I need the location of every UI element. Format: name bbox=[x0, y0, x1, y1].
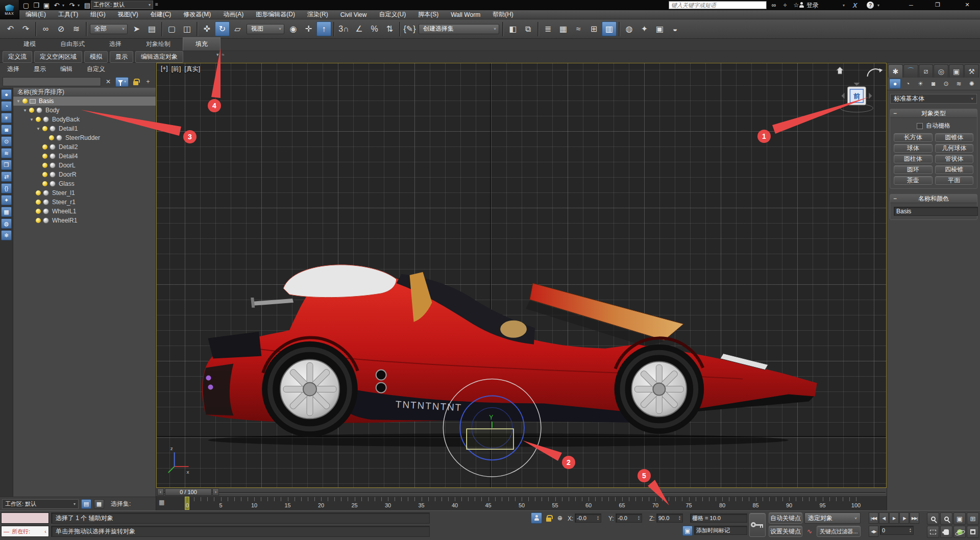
filter-helpers-icon[interactable]: ⊙ bbox=[1, 136, 12, 146]
percent-snap-icon[interactable]: % bbox=[367, 21, 382, 36]
ribbon-minimize[interactable]: ▾ ≈ bbox=[216, 52, 224, 57]
cylinder-button[interactable]: 圆柱体 bbox=[894, 155, 933, 163]
rear-wheel[interactable] bbox=[262, 341, 358, 437]
tree-node-basis[interactable]: ▼Basis bbox=[13, 96, 156, 106]
named-selection-sets-dropdown[interactable]: 创建选择集˅ bbox=[419, 24, 499, 34]
clear-search-icon[interactable]: ✕ bbox=[103, 77, 113, 87]
ribbon-subtab-显示[interactable]: 显示 bbox=[110, 51, 133, 63]
redo-icon[interactable]: ↷ bbox=[67, 1, 77, 10]
tree-node-steer_l1[interactable]: Steer_l1 bbox=[13, 188, 156, 198]
viewport-menu-shading[interactable]: [真实] bbox=[184, 65, 200, 73]
rectangular-selection-region-icon[interactable]: ▢ bbox=[164, 21, 179, 36]
tree-node-doorr[interactable]: DoorR bbox=[13, 170, 156, 179]
communication-center-icon[interactable]: ✧ bbox=[780, 0, 790, 10]
new-scene-icon[interactable]: ▢ bbox=[21, 1, 31, 10]
save-file-icon[interactable]: ▣ bbox=[42, 1, 51, 10]
visibility-bulb-icon[interactable] bbox=[22, 99, 28, 104]
use-pivot-point-center-icon[interactable]: ◉ bbox=[286, 21, 301, 36]
filter-selection-sets-icon[interactable]: {} bbox=[1, 183, 12, 193]
filter-geometry-icon[interactable]: ● bbox=[1, 89, 12, 100]
viewcube-home-icon[interactable] bbox=[837, 67, 844, 74]
redo-flyout-icon[interactable]: ▾ bbox=[78, 3, 82, 8]
menu-item-8[interactable]: 渲染(R) bbox=[301, 10, 334, 19]
box-button[interactable]: 长方体 bbox=[894, 133, 933, 142]
snaps-toggle-icon[interactable]: 3∩ bbox=[336, 21, 351, 36]
geosphere-button[interactable]: 几何球体 bbox=[935, 144, 974, 153]
set-key-button[interactable]: 设置关键点 bbox=[769, 526, 802, 537]
visibility-bulb-icon[interactable] bbox=[42, 126, 47, 131]
object-name-field[interactable] bbox=[894, 207, 978, 216]
time-slider-track[interactable]: ‹ 0 / 100 › bbox=[156, 488, 887, 497]
visibility-bulb-icon[interactable] bbox=[42, 181, 47, 186]
select-and-link-icon[interactable]: ∞ bbox=[38, 21, 53, 36]
front-wheel[interactable] bbox=[615, 345, 704, 434]
visibility-bulb-icon[interactable] bbox=[36, 218, 41, 223]
select-and-manipulate-icon[interactable]: ✛ bbox=[301, 21, 316, 36]
tree-node-doorl[interactable]: DoorL bbox=[13, 161, 156, 170]
explorer-menu-选择[interactable]: 选择 bbox=[7, 65, 19, 73]
zoom-extents-icon[interactable]: ▣ bbox=[953, 512, 966, 525]
filter-lights-icon[interactable]: ☀ bbox=[1, 113, 12, 123]
sphere-button[interactable]: 球体 bbox=[894, 144, 933, 153]
tree-node-wheell1[interactable]: WheelL1 bbox=[13, 207, 156, 216]
ribbon-subtab-定义流[interactable]: 定义流 bbox=[3, 51, 32, 63]
expand-icon[interactable]: ▼ bbox=[36, 127, 42, 131]
create-tab-icon[interactable]: ✱ bbox=[888, 64, 903, 78]
car-model[interactable]: TNTNTNTNT bbox=[202, 265, 817, 447]
select-and-rotate-icon[interactable]: ↻ bbox=[215, 21, 230, 36]
pan-icon[interactable] bbox=[940, 526, 952, 538]
orbit-icon[interactable] bbox=[953, 526, 966, 538]
sign-in-chevron-icon[interactable]: ▾ bbox=[841, 0, 846, 10]
time-slider[interactable]: 0 / 100 bbox=[165, 488, 212, 496]
menu-item-5[interactable]: 修改器(M) bbox=[177, 10, 217, 19]
align-icon[interactable]: ⧉ bbox=[521, 21, 535, 36]
explorer-menu-显示[interactable]: 显示 bbox=[34, 65, 46, 73]
auto-key-button[interactable]: 自动关键点 bbox=[769, 512, 802, 524]
ribbon-subtab-编辑选定对象[interactable]: 编辑选定对象 bbox=[135, 51, 183, 63]
visibility-bulb-icon[interactable] bbox=[36, 190, 41, 195]
visibility-bulb-icon[interactable] bbox=[42, 154, 47, 159]
expand-icon[interactable]: ▼ bbox=[23, 108, 29, 113]
hierarchy-tab-icon[interactable]: ⧄ bbox=[919, 64, 934, 78]
window-crossing-icon[interactable]: ◫ bbox=[180, 21, 194, 36]
timeline-ruler[interactable]: ▦ 05101520253035404550556065707580859095… bbox=[156, 497, 887, 510]
visibility-bulb-icon[interactable] bbox=[42, 172, 47, 177]
y-coord-field[interactable]: -0.0▲▼ bbox=[616, 513, 642, 523]
lock-explorer-icon[interactable] bbox=[131, 77, 141, 87]
schematic-view-icon[interactable]: ⊞ bbox=[586, 21, 601, 36]
tree-node-body[interactable]: ▼Body bbox=[13, 106, 156, 115]
explorer-menu-编辑[interactable]: 编辑 bbox=[60, 65, 72, 73]
key-filter-curve-icon[interactable]: ∿ bbox=[804, 526, 815, 537]
scene-explorer-toggle-icon[interactable]: ▤ bbox=[81, 499, 91, 509]
ribbon-tab-对象绘制[interactable]: 对象绘制 bbox=[134, 38, 183, 51]
select-by-name-icon[interactable]: ▤ bbox=[144, 21, 159, 36]
next-frame-button[interactable]: |▶ bbox=[899, 512, 909, 524]
explorer-menu-自定义[interactable]: 自定义 bbox=[87, 65, 105, 73]
torus-button[interactable]: 圆环 bbox=[894, 165, 933, 174]
viewport-menu-general[interactable]: [+] bbox=[161, 65, 168, 73]
go-to-start-button[interactable]: |◀◀ bbox=[869, 512, 878, 524]
previous-frame-button[interactable]: ◀| bbox=[879, 512, 889, 524]
exchange-apps-icon[interactable]: X bbox=[849, 0, 861, 10]
x-coord-field[interactable]: -0.0▲▼ bbox=[575, 513, 601, 523]
undo-flyout-icon[interactable]: ▾ bbox=[62, 3, 66, 8]
zoom-icon[interactable] bbox=[927, 512, 939, 525]
menu-item-0[interactable]: 编辑(E) bbox=[19, 10, 52, 19]
menu-item-1[interactable]: 工具(T) bbox=[52, 10, 84, 19]
close-button[interactable]: ✕ bbox=[959, 0, 976, 10]
filter-groups-icon[interactable]: ❒ bbox=[1, 160, 12, 170]
ribbon-tab-填充[interactable]: 填充 bbox=[183, 37, 220, 51]
viewcube-left-arrow-icon[interactable] bbox=[841, 93, 844, 99]
next-frame-arrow[interactable]: › bbox=[212, 488, 219, 496]
visibility-bulb-icon[interactable] bbox=[36, 200, 41, 205]
minimize-button[interactable]: ─ bbox=[902, 0, 920, 10]
filter-xrefs-icon[interactable]: ⇄ bbox=[1, 171, 12, 182]
ribbon-minimize-icon[interactable]: ▾ bbox=[216, 52, 219, 57]
viewport-rotate-arrow-icon[interactable] bbox=[867, 69, 880, 77]
angle-snap-icon[interactable]: ∠ bbox=[352, 21, 366, 36]
toggle-scene-explorer-icon[interactable]: ▥ bbox=[602, 21, 617, 36]
display-tab-icon[interactable]: ▣ bbox=[949, 64, 964, 78]
z-coord-field[interactable]: 90.0▲▼ bbox=[656, 513, 683, 523]
pyramid-button[interactable]: 四棱锥 bbox=[935, 165, 974, 174]
subcategory-dropdown[interactable]: 标准基本体 ˅ bbox=[890, 94, 977, 104]
